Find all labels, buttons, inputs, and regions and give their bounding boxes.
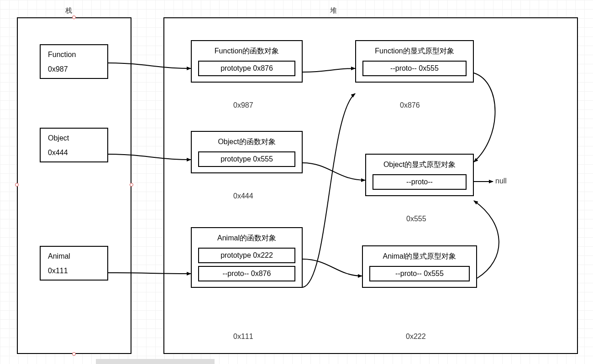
stack-item-function: Function 0x987 <box>40 44 108 79</box>
stack-item-addr: 0x987 <box>48 65 100 73</box>
heap-cell-prototype: prototype 0x222 <box>198 248 295 263</box>
heap-object-proto: Object的显式原型对象 --proto-- <box>365 154 474 196</box>
selection-handle[interactable] <box>130 183 133 187</box>
heap-animal-proto: Animal的显式原型对象 --proto-- 0x555 <box>362 245 477 288</box>
heap-animal-obj: Animal的函数对象 prototype 0x222 --proto-- 0x… <box>191 227 303 288</box>
selection-handle[interactable] <box>72 16 76 19</box>
heap-cell-proto: --proto-- 0x555 <box>362 61 467 76</box>
stack-item-object: Object 0x444 <box>40 128 108 162</box>
heap-box-title: Object的函数对象 <box>198 137 295 147</box>
heap-cell-prototype: prototype 0x876 <box>198 61 295 76</box>
heap-title: 堆 <box>324 6 342 15</box>
scrollbar-track[interactable] <box>96 359 215 364</box>
addr-label: 0x111 <box>233 333 253 341</box>
stack-item-name: Function <box>48 51 100 59</box>
addr-label: 0x222 <box>406 333 426 341</box>
stack-item-addr: 0x444 <box>48 149 100 157</box>
stack-item-name: Object <box>48 134 100 142</box>
stack-title: 栈 <box>59 6 78 15</box>
stack-item-addr: 0x111 <box>48 267 100 275</box>
addr-label: 0x987 <box>233 101 253 109</box>
stack-item-animal: Animal 0x111 <box>40 246 108 281</box>
heap-function-obj: Function的函数对象 prototype 0x876 <box>191 40 303 83</box>
heap-box-title: Object的显式原型对象 <box>373 160 467 170</box>
heap-cell-proto: --proto-- 0x555 <box>369 266 470 281</box>
addr-label: 0x555 <box>406 215 426 223</box>
null-label: null <box>495 177 507 185</box>
heap-box-title: Animal的显式原型对象 <box>369 252 470 261</box>
heap-object-obj: Object的函数对象 prototype 0x555 <box>191 131 303 173</box>
heap-box-title: Function的函数对象 <box>198 47 295 56</box>
heap-box-title: Animal的函数对象 <box>198 234 295 243</box>
stack-item-name: Animal <box>48 252 100 260</box>
heap-cell-proto: --proto-- <box>373 174 467 190</box>
heap-cell-proto: --proto-- 0x876 <box>198 266 295 281</box>
addr-label: 0x876 <box>400 101 420 109</box>
addr-label: 0x444 <box>233 192 253 200</box>
heap-function-proto: Function的显式原型对象 --proto-- 0x555 <box>355 40 474 83</box>
selection-handle[interactable] <box>15 183 19 187</box>
heap-box-title: Function的显式原型对象 <box>362 47 467 56</box>
selection-handle[interactable] <box>72 352 76 356</box>
heap-cell-prototype: prototype 0x555 <box>198 151 295 167</box>
